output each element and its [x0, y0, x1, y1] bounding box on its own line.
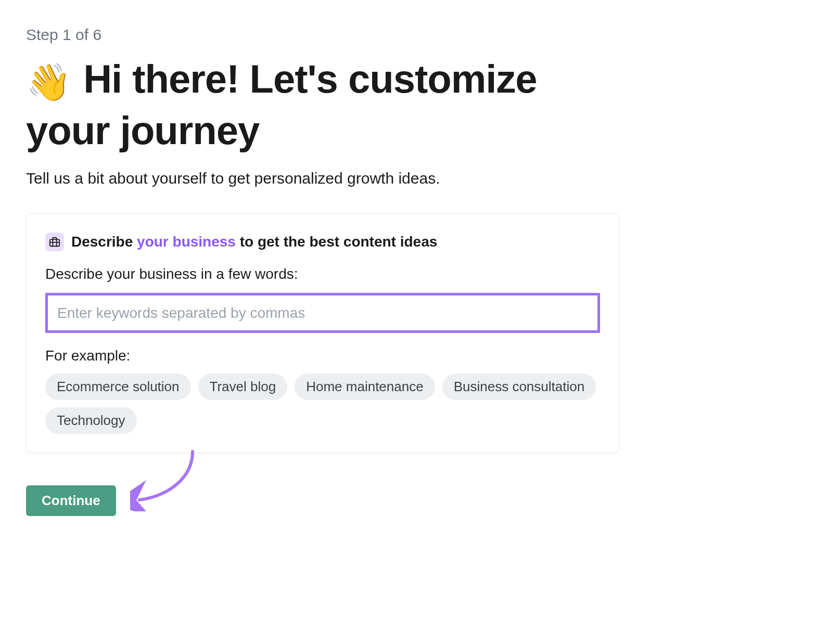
example-chips: Ecommerce solution Travel blog Home main… — [45, 373, 600, 434]
card-title-highlight: your business — [137, 234, 236, 250]
card-title-after: to get the best content ideas — [236, 234, 437, 250]
arrow-annotation-icon — [130, 449, 208, 513]
example-chip-consultation[interactable]: Business consultation — [442, 373, 596, 400]
business-input-label: Describe your business in a few words: — [45, 266, 600, 282]
example-chip-home[interactable]: Home maintenance — [295, 373, 435, 400]
card-title: Describe your business to get the best c… — [71, 234, 437, 250]
page-subtitle: Tell us a bit about yourself to get pers… — [26, 170, 619, 187]
business-description-card: Describe your business to get the best c… — [26, 213, 619, 453]
wave-emoji: 👋 — [26, 62, 71, 102]
example-chip-travel[interactable]: Travel blog — [198, 373, 288, 400]
business-keywords-input[interactable] — [45, 293, 600, 333]
actions-row: Continue — [26, 485, 619, 516]
card-header: Describe your business to get the best c… — [45, 233, 600, 251]
briefcase-icon — [45, 233, 64, 251]
page-title-text: Hi there! Let's customize your journey — [26, 57, 537, 152]
example-chip-technology[interactable]: Technology — [45, 407, 137, 434]
continue-button[interactable]: Continue — [26, 485, 116, 516]
examples-block: For example: Ecommerce solution Travel b… — [45, 347, 600, 434]
step-indicator: Step 1 of 6 — [26, 26, 619, 44]
examples-label: For example: — [45, 347, 600, 364]
example-chip-ecommerce[interactable]: Ecommerce solution — [45, 373, 191, 400]
card-title-before: Describe — [71, 234, 137, 250]
page-title: 👋 Hi there! Let's customize your journey — [26, 54, 619, 155]
